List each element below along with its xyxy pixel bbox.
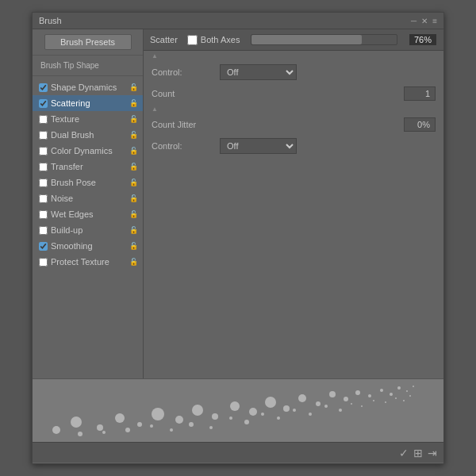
sidebar-item-texture[interactable]: Texture 🔓 xyxy=(33,111,143,127)
both-axes-checkbox[interactable] xyxy=(187,35,198,45)
texture-lock: 🔓 xyxy=(129,115,138,123)
count-jitter-label: Count Jitter xyxy=(152,120,215,129)
buildup-checkbox[interactable] xyxy=(39,226,48,235)
title-bar: Brush ─ ✕ ≡ xyxy=(33,13,443,29)
top-section: Brush Presets Brush Tip Shape Shape Dyna… xyxy=(33,29,443,378)
sidebar-item-transfer[interactable]: Transfer 🔓 xyxy=(33,159,143,175)
close-icon[interactable]: ✕ xyxy=(421,17,428,25)
preview-canvas xyxy=(33,378,443,442)
scattering-lock: 🔓 xyxy=(129,99,138,107)
smoothing-label: Smoothing xyxy=(51,241,93,251)
scatter-label: Scatter xyxy=(150,35,178,44)
brush-preview-area xyxy=(33,378,443,442)
color-dynamics-lock: 🔓 xyxy=(129,147,138,155)
protect-texture-label: Protect Texture xyxy=(51,257,109,267)
transfer-checkbox[interactable] xyxy=(39,163,48,171)
count-jitter-row: Count Jitter 0% xyxy=(144,114,443,135)
brush-presets-button[interactable]: Brush Presets xyxy=(44,34,132,50)
shape-dynamics-checkbox[interactable] xyxy=(39,83,48,92)
smoothing-lock: 🔓 xyxy=(129,242,138,250)
brush-panel: Brush ─ ✕ ≡ Brush Presets Brush Tip Shap… xyxy=(32,12,444,464)
scatter-slider-fill xyxy=(251,35,362,44)
sidebar-item-buildup[interactable]: Build-up 🔓 xyxy=(33,222,143,238)
control1-label: Control: xyxy=(152,67,215,77)
scattering-label: Scattering xyxy=(51,98,90,108)
bottom-toolbar: ✓ ⊞ ⇥ xyxy=(33,442,443,463)
sidebar-item-dual-brush[interactable]: Dual Brush 🔓 xyxy=(33,127,143,143)
dual-brush-checkbox[interactable] xyxy=(39,131,48,140)
scatter-content: Scatter Both Axes 76% ▲ Control: xyxy=(144,29,443,378)
wet-edges-lock: 🔓 xyxy=(129,210,138,218)
buildup-label: Build-up xyxy=(51,225,83,235)
arrow-icon[interactable]: ⇥ xyxy=(428,447,437,459)
dual-brush-lock: 🔓 xyxy=(129,131,138,139)
protect-texture-lock: 🔓 xyxy=(129,258,138,266)
noise-checkbox[interactable] xyxy=(39,194,48,203)
protect-texture-checkbox[interactable] xyxy=(39,258,48,267)
control2-label: Control: xyxy=(152,141,215,151)
brush-pose-checkbox[interactable] xyxy=(39,178,48,187)
noise-lock: 🔓 xyxy=(129,194,138,202)
color-dynamics-checkbox[interactable] xyxy=(39,147,48,155)
count-label: Count xyxy=(152,89,215,98)
sidebar-item-shape-dynamics[interactable]: Shape Dynamics 🔓 xyxy=(33,79,143,95)
brush-pose-label: Brush Pose xyxy=(51,178,96,187)
transfer-lock: 🔓 xyxy=(129,163,138,171)
sidebar-item-protect-texture[interactable]: Protect Texture 🔓 xyxy=(33,254,143,270)
smoothing-checkbox[interactable] xyxy=(39,242,48,251)
transfer-label: Transfer xyxy=(51,162,83,171)
noise-label: Noise xyxy=(51,194,73,203)
brush-pose-lock: 🔓 xyxy=(129,178,138,186)
count-jitter-value[interactable]: 0% xyxy=(404,117,436,132)
control-row-1: Control: Off Fade Pen Pressure xyxy=(144,61,443,83)
wet-edges-checkbox[interactable] xyxy=(39,210,48,219)
sidebar-item-smoothing[interactable]: Smoothing 🔓 xyxy=(33,238,143,254)
scattering-checkbox[interactable] xyxy=(39,99,48,108)
shape-dynamics-label: Shape Dynamics xyxy=(51,83,117,92)
sidebar-item-color-dynamics[interactable]: Color Dynamics 🔓 xyxy=(33,143,143,159)
sidebar-divider xyxy=(33,55,143,56)
control-row-2: Control: Off Fade Pen Pressure xyxy=(144,135,443,157)
panel-title: Brush xyxy=(39,16,62,25)
sidebar-item-brush-pose[interactable]: Brush Pose 🔓 xyxy=(33,175,143,190)
both-axes-container: Both Axes xyxy=(187,35,240,45)
count-row: Count 1 xyxy=(144,83,443,104)
brush-tip-shape-label: Brush Tip Shape xyxy=(33,59,143,72)
texture-checkbox[interactable] xyxy=(39,115,48,124)
count-value[interactable]: 1 xyxy=(404,86,436,101)
texture-label: Texture xyxy=(51,114,79,124)
wet-edges-label: Wet Edges xyxy=(51,209,94,219)
sidebar-item-scattering[interactable]: Scattering 🔓 xyxy=(33,95,143,111)
count-jitter-arrow: ▲ xyxy=(144,104,443,114)
sidebar-divider2 xyxy=(33,75,143,76)
scatter-arrow: ▲ xyxy=(144,51,443,61)
sidebar-item-noise[interactable]: Noise 🔓 xyxy=(33,190,143,206)
scatter-slider-track[interactable] xyxy=(251,34,397,45)
dual-brush-label: Dual Brush xyxy=(51,130,94,140)
sidebar: Brush Presets Brush Tip Shape Shape Dyna… xyxy=(33,29,144,378)
menu-icon[interactable]: ≡ xyxy=(432,17,437,25)
checkmark-icon[interactable]: ✓ xyxy=(399,447,409,459)
both-axes-label: Both Axes xyxy=(201,35,240,44)
panel-body: Brush Presets Brush Tip Shape Shape Dyna… xyxy=(33,29,443,463)
buildup-lock: 🔓 xyxy=(129,226,138,234)
grid-icon[interactable]: ⊞ xyxy=(413,447,423,459)
shape-dynamics-lock: 🔓 xyxy=(129,83,138,91)
control2-select[interactable]: Off Fade Pen Pressure xyxy=(220,138,297,154)
color-dynamics-label: Color Dynamics xyxy=(51,146,113,155)
control1-select[interactable]: Off Fade Pen Pressure xyxy=(220,64,297,80)
sidebar-item-wet-edges[interactable]: Wet Edges 🔓 xyxy=(33,206,143,222)
scatter-header: Scatter Both Axes 76% xyxy=(144,29,443,51)
scatter-value[interactable]: 76% xyxy=(409,33,437,46)
minimize-icon[interactable]: ─ xyxy=(411,17,416,25)
